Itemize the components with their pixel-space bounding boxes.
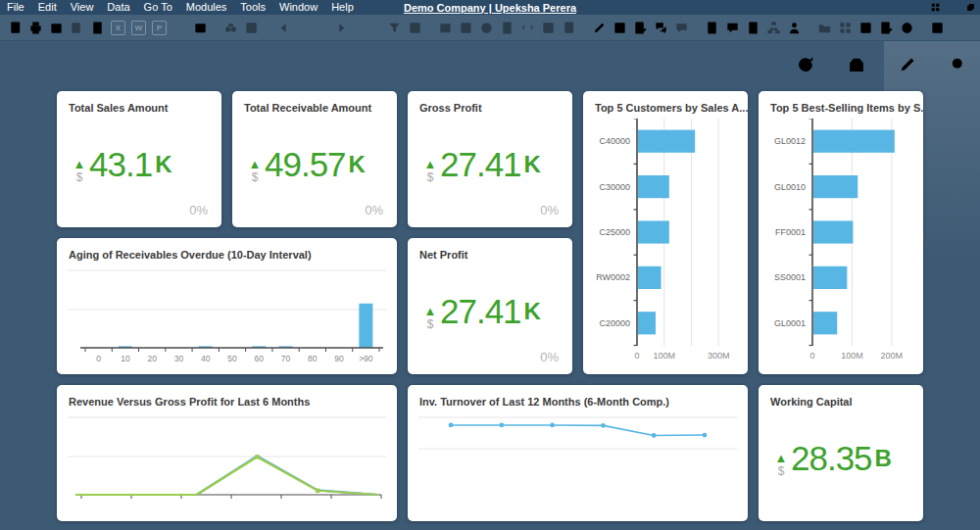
svg-text:FF0001: FF0001	[775, 227, 806, 237]
kpi-card-working-capital[interactable]: Working Capital ▲ $ 28.35 B	[759, 385, 923, 521]
edit-dashboard-icon[interactable]	[898, 55, 917, 74]
menu-help[interactable]: Help	[324, 0, 361, 15]
trend-up-icon: ▲	[74, 158, 86, 170]
kpi-card-total-sales[interactable]: Total Sales Amount ▲ $ 43.1 K 0%	[57, 91, 221, 227]
svg-text:C25000: C25000	[599, 227, 630, 237]
export-document-icon[interactable]	[89, 20, 106, 36]
svg-text:GL0001: GL0001	[774, 318, 806, 328]
query-icon	[561, 20, 577, 36]
menu-bar: FileEditViewDataGo ToModulesToolsWindowH…	[0, 0, 980, 15]
serial-batch-icon	[540, 20, 557, 36]
kpi-value: ▲ $ 28.35 B	[773, 440, 892, 479]
kpi-value: ▲ $ 27.41 K	[422, 146, 541, 185]
kpi-card-total-receivable[interactable]: Total Receivable Amount ▲ $ 49.57 K 0%	[232, 91, 397, 227]
menu-file[interactable]: File	[0, 0, 31, 15]
help-icon[interactable]	[929, 20, 946, 36]
payment-means-icon	[478, 20, 495, 36]
chart-card-aging-receivables[interactable]: Aging of Receivables Overdue (10-Day Int…	[57, 238, 397, 374]
next-record-icon	[315, 20, 331, 36]
widget-gallery-icon[interactable]	[847, 55, 866, 74]
edit-icon[interactable]	[591, 20, 608, 36]
svg-text:10: 10	[121, 354, 130, 363]
launch-application-icon[interactable]	[172, 20, 188, 36]
table-format-icon[interactable]	[612, 20, 628, 36]
trend-up-icon: ▲	[775, 452, 788, 464]
multi-branch-icon[interactable]	[899, 20, 915, 36]
minimize-icon[interactable]	[948, 2, 958, 13]
svg-text:70: 70	[281, 354, 291, 363]
journal-voucher-icon[interactable]	[878, 20, 895, 36]
menu-view[interactable]: View	[64, 0, 101, 15]
svg-text:100M: 100M	[841, 351, 863, 361]
chart-title: Revenue Versus Gross Profit for Last 6 M…	[57, 385, 397, 408]
application-window: { "window": { "title": "Demo Company | U…	[0, 0, 980, 530]
chart-card-revenue-vs-gross-profit[interactable]: Revenue Versus Gross Profit for Last 6 M…	[57, 385, 397, 521]
svg-text:C20000: C20000	[599, 318, 630, 328]
add-record-icon	[243, 20, 260, 36]
card-title: Working Capital	[759, 385, 923, 408]
chart-title: Top 5 Customers by Sales A...	[583, 91, 748, 114]
svg-text:SS0001: SS0001	[774, 272, 806, 282]
search-icon[interactable]	[949, 55, 968, 74]
trend-up-icon: ▲	[249, 158, 262, 170]
svg-text:50: 50	[227, 354, 237, 363]
volume-weight-icon	[519, 20, 536, 36]
window-controls	[930, 2, 980, 13]
menu-data[interactable]: Data	[100, 0, 136, 15]
svg-text:C30000: C30000	[599, 182, 630, 192]
kpi-unit: K	[524, 150, 541, 185]
pervasive-analytics-icon[interactable]	[858, 20, 874, 36]
refresh-icon[interactable]	[796, 55, 815, 74]
restore-icon[interactable]	[965, 2, 976, 13]
aging-bar-chart: 0102030405060708090>90	[68, 265, 386, 370]
chart-title: Inv. Turnover of Last 12 Months (6-Month…	[408, 385, 748, 408]
chat-icon	[673, 20, 690, 36]
svg-text:0: 0	[809, 351, 814, 361]
svg-text:200M: 200M	[881, 351, 904, 361]
menu-go-to[interactable]: Go To	[137, 0, 179, 15]
chart-card-top-customers[interactable]: Top 5 Customers by Sales A... C40000C300…	[583, 91, 748, 374]
header-actions	[796, 55, 968, 74]
print-icon[interactable]	[27, 20, 44, 36]
menu-edit[interactable]: Edit	[31, 0, 64, 15]
inventory-turnover-line-chart	[418, 412, 737, 517]
refresh-record-icon	[366, 20, 382, 36]
menu-modules[interactable]: Modules	[179, 0, 234, 15]
cascade-windows-icon[interactable]	[930, 2, 941, 13]
currency-label: $	[427, 317, 434, 332]
chart-card-inventory-turnover[interactable]: Inv. Turnover of Last 12 Months (6-Month…	[408, 385, 748, 521]
export-pdf-icon: P	[151, 20, 168, 36]
first-record-icon	[273, 20, 290, 36]
kpi-card-net-profit[interactable]: Net Profit ▲ $ 27.41 K 0%	[408, 238, 572, 374]
kpi-card-gross-profit[interactable]: Gross Profit ▲ $ 27.41 K 0%	[408, 91, 572, 227]
send-icon	[69, 20, 85, 36]
document-editing-icon[interactable]	[632, 20, 649, 36]
chart-title: Aging of Receivables Overdue (10-Day Int…	[57, 238, 397, 261]
menu-tools[interactable]: Tools	[233, 0, 272, 15]
window-title: Demo Company | Upeksha Perera	[404, 2, 576, 14]
alerts-icon[interactable]	[724, 20, 741, 36]
gross-profit-icon	[499, 20, 515, 36]
print-preview-icon[interactable]	[48, 20, 65, 36]
document-journal-icon[interactable]	[704, 20, 720, 36]
menu-icon[interactable]	[12, 54, 32, 74]
change-percent: 0%	[540, 350, 559, 364]
kpi-unit: K	[349, 150, 366, 185]
user-icon[interactable]	[786, 20, 803, 36]
calculator-icon[interactable]	[745, 20, 761, 36]
menu-window[interactable]: Window	[272, 0, 324, 15]
top-items-bar-chart: GL0012GL0010FF0001SS0001GL00010100M200M	[769, 119, 912, 370]
kpi-unit: K	[155, 150, 172, 185]
previous-record-icon	[294, 20, 311, 36]
kpi-number: 49.57	[265, 146, 346, 185]
messages-icon[interactable]	[653, 20, 669, 36]
maximize-form-icon	[407, 20, 423, 36]
form-settings-icon[interactable]	[192, 20, 209, 36]
svg-text:90: 90	[334, 354, 344, 363]
svg-text:0: 0	[634, 351, 639, 361]
kpi-unit: K	[524, 297, 541, 332]
card-title: Total Receivable Amount	[232, 91, 397, 114]
find-icon[interactable]	[7, 20, 24, 36]
svg-text:30: 30	[174, 354, 184, 363]
chart-card-top-items[interactable]: Top 5 Best-Selling Items by S... GL0012G…	[759, 91, 923, 374]
